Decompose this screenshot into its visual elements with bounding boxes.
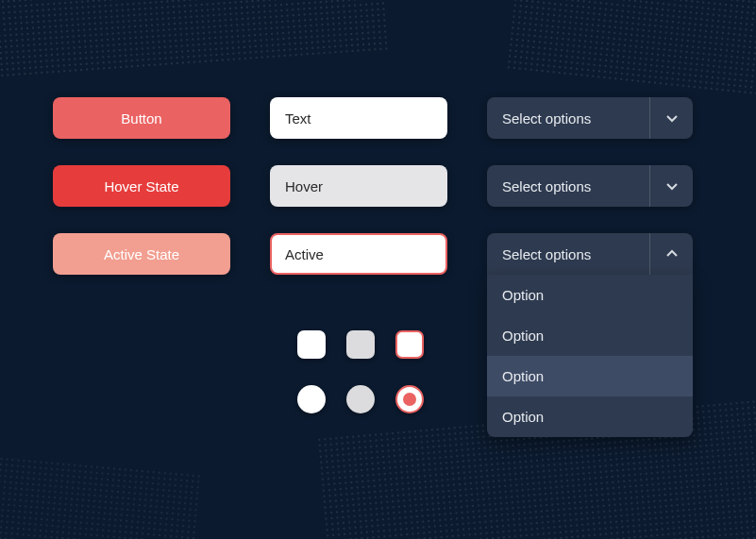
dropdown-option[interactable]: Option <box>487 275 693 315</box>
dropdown-hover[interactable]: Select options <box>487 165 693 207</box>
dropdown-default[interactable]: Select options <box>487 97 693 139</box>
text-input-default[interactable] <box>270 97 447 139</box>
dropdown-menu: Option Option Option Option <box>487 275 693 437</box>
button-default[interactable]: Button <box>53 97 230 139</box>
text-input-active[interactable] <box>270 233 447 275</box>
chevron-down-icon <box>649 165 693 207</box>
checkbox-hover[interactable] <box>346 330 375 359</box>
dropdown-option[interactable]: Option <box>487 396 693 437</box>
checkbox-active[interactable] <box>395 330 424 359</box>
dropdown-active-label: Select options <box>487 246 649 262</box>
dropdown-option-hover[interactable]: Option <box>487 356 693 396</box>
radio-default[interactable] <box>297 385 326 413</box>
button-hover[interactable]: Hover State <box>53 165 230 207</box>
radio-hover[interactable] <box>346 385 375 413</box>
chevron-down-icon <box>649 97 693 139</box>
radio-active[interactable] <box>395 385 424 413</box>
text-input-hover[interactable] <box>270 165 447 207</box>
dropdown-default-label: Select options <box>487 110 649 126</box>
dropdown-hover-label: Select options <box>487 178 649 194</box>
dropdown-option[interactable]: Option <box>487 315 693 356</box>
checkbox-default[interactable] <box>297 330 326 359</box>
chevron-up-icon <box>649 233 693 275</box>
dropdown-active[interactable]: Select options <box>487 233 693 275</box>
button-active[interactable]: Active State <box>53 233 230 275</box>
